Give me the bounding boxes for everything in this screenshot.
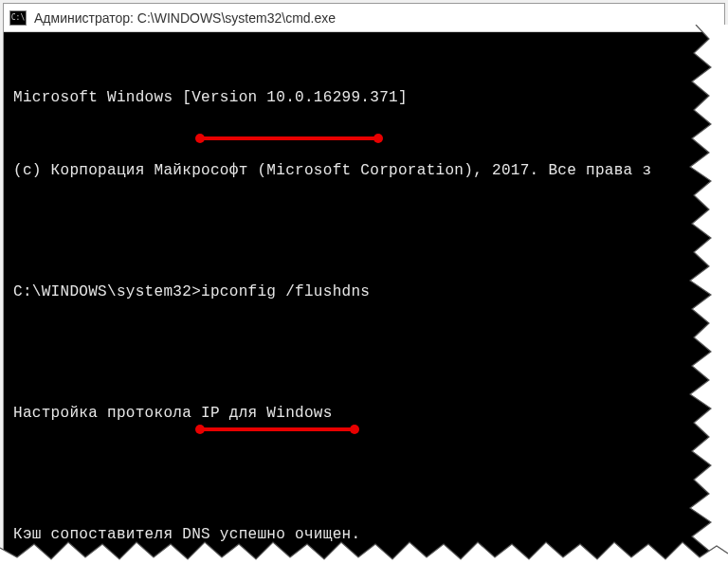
terminal-output[interactable]: Microsoft Windows [Version 10.0.16299.37… xyxy=(4,32,724,559)
highlight-underline xyxy=(199,136,379,140)
highlight-underline xyxy=(199,427,355,431)
command-line: C:\WINDOWS\system32>ipconfig /flushdns xyxy=(13,281,717,305)
window-titlebar[interactable]: C:\ Администратор: C:\WINDOWS\system32\c… xyxy=(4,4,724,32)
output-line: Настройка протокола IP для Windows xyxy=(13,402,717,427)
output-line: Microsoft Windows [Version 10.0.16299.37… xyxy=(13,86,717,111)
cmd-window: C:\ Администратор: C:\WINDOWS\system32\c… xyxy=(3,3,725,560)
window-title: Администратор: C:\WINDOWS\system32\cmd.e… xyxy=(34,10,336,26)
output-line: (c) Корпорация Майкрософт (Microsoft Cor… xyxy=(13,159,717,184)
cmd-icon: C:\ xyxy=(9,10,27,26)
output-line: Кэш сопоставителя DNS успешно очищен. xyxy=(13,523,717,548)
